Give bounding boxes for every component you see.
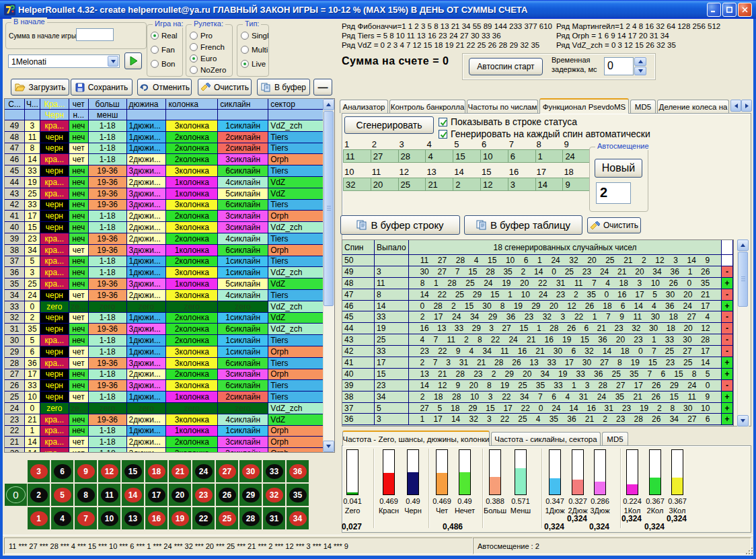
history-row[interactable]: 2014кра...чет1-182дюжи...2колонка3сиклай…	[5, 448, 324, 453]
minimize-button[interactable]	[707, 3, 721, 17]
history-row[interactable]: 296чернчет1-181дюжи...3колонка1сиклайнOr…	[5, 346, 324, 358]
roulette-cell-14[interactable]: 14	[122, 484, 144, 506]
history-row[interactable]: 493кра...неч1-181дюжи...3колонка1сиклайн…	[5, 120, 324, 132]
roulette-cell-12[interactable]: 12	[98, 460, 120, 482]
preset-combobox[interactable]: 1Melonati	[8, 54, 120, 68]
roulette-cell-13[interactable]: 13	[122, 507, 144, 529]
history-row[interactable]: 3525кра...неч19-363дюжи...1колонка5сикла…	[5, 278, 324, 290]
history-row[interactable]: 240zeroze...zerozerozerozeroVdZ_zch	[5, 403, 324, 414]
start-sum-input[interactable]	[76, 28, 114, 41]
history-row[interactable]: 478чернчет1-181дюжи...2колонка2сиклайнTi…	[5, 143, 324, 155]
roulette-cell-35[interactable]: 35	[287, 484, 309, 506]
roulette-cell-10[interactable]: 10	[98, 507, 120, 529]
spins-row[interactable]: 3631171432322254353621223282634276+	[342, 414, 733, 425]
radio-option-bon[interactable]: Bon	[151, 59, 181, 68]
history-row[interactable]: 322чернчет1-181дюжи...2колонка1сиклайнVd…	[5, 313, 324, 324]
history-row[interactable]: 2717черннеч1-182дюжи...2колонка3сиклайнO…	[5, 369, 324, 381]
scrollbar-down-button[interactable]	[737, 415, 749, 426]
history-row[interactable]: 330zeroze...zerozerozerozeroVdZ_zch	[5, 301, 324, 313]
radio-option-pro[interactable]: Pro	[190, 31, 231, 40]
generate-button[interactable]: Сгенерировать	[344, 116, 434, 134]
history-row[interactable]: 4533черннеч19-363дюжи...3колонка6сиклайн…	[5, 165, 324, 177]
chart-tab-1[interactable]: Частота - Zero, шансы, дюжины, колонки	[342, 431, 490, 446]
history-row[interactable]: 4325кра...неч19-363дюжи...1колонка5сикла…	[5, 188, 324, 200]
radio-icon[interactable]	[151, 60, 159, 68]
history-row[interactable]: 4015черннеч1-182дюжи...3колонка3сиклайнV…	[5, 222, 324, 233]
history-row[interactable]: 3135черннеч19-363дюжи...2колонка6сиклайн…	[5, 324, 324, 335]
history-table-scrollbar[interactable]	[323, 99, 334, 452]
history-row[interactable]: 2114кра...чет1-182дюжи...2колонка3сиклай…	[5, 437, 324, 448]
scrollbar-up-button[interactable]	[737, 239, 749, 251]
roulette-cell-17[interactable]: 17	[145, 484, 167, 506]
roulette-cell-3[interactable]: 3	[28, 460, 50, 482]
roulette-cell-5[interactable]: 5	[51, 484, 73, 506]
roulette-cell-25[interactable]: 25	[216, 507, 238, 529]
history-row[interactable]: 2510чернчет1-181дюжи...1колонка2сиклайнT…	[5, 392, 324, 403]
roulette-cell-34[interactable]: 34	[287, 507, 309, 529]
main-tab-4[interactable]: Функционал PsevdoMS	[539, 98, 629, 114]
history-row[interactable]: 3834кра...чет19-363дюжи...1колонка6сикла…	[5, 245, 324, 256]
spins-row[interactable]: 50112728415106124322025212123149	[342, 255, 733, 266]
scrollbar-thumb[interactable]	[738, 252, 748, 307]
roulette-cell-31[interactable]: 31	[263, 507, 285, 529]
toolbar-button-6[interactable]: —	[313, 79, 332, 96]
main-tab-6[interactable]: Деление колеса на	[657, 100, 729, 113]
roulette-cell-36[interactable]: 36	[287, 460, 309, 482]
roulette-cell-11[interactable]: 11	[98, 484, 120, 506]
copy-row-button[interactable]: В буфер строку	[340, 215, 460, 235]
maximize-button[interactable]	[722, 3, 736, 17]
history-row[interactable]: 221кра...неч1-181дюжи...1колонка1сиклайн…	[5, 426, 324, 437]
roulette-cell-9[interactable]: 9	[75, 460, 97, 482]
radio-icon[interactable]	[241, 60, 249, 68]
scrollbar-thumb[interactable]	[324, 111, 334, 306]
autoshift-input[interactable]: 2	[596, 182, 631, 204]
roulette-cell-29[interactable]: 29	[239, 484, 262, 506]
main-tab-2[interactable]: Контроль банкролла	[389, 100, 465, 113]
autospin-start-button[interactable]: Автоспин старт	[469, 58, 543, 75]
main-tab-1[interactable]: Анализатор	[340, 100, 388, 113]
close-button[interactable]	[738, 3, 752, 17]
toolbar-button-3[interactable]: Отменить	[137, 79, 192, 96]
radio-icon[interactable]	[151, 32, 159, 40]
spins-row[interactable]: 4811812825241920223111741831026035+	[342, 278, 733, 289]
spins-row[interactable]: 47814222529151102423235016175302021-	[342, 289, 733, 301]
roulette-cell-4[interactable]: 4	[51, 507, 73, 529]
spins-row[interactable]: 411727331212826133317302781915232514+	[342, 357, 733, 369]
radio-option-multi[interactable]: Multi	[241, 45, 267, 54]
roulette-cell-21[interactable]: 21	[169, 460, 191, 482]
spins-row[interactable]: 3834218281032234764312435212615119+	[342, 392, 733, 403]
radio-icon[interactable]	[190, 32, 198, 40]
radio-option-french[interactable]: French	[190, 42, 231, 51]
chart-tab-3[interactable]: MD5	[602, 432, 628, 445]
radio-icon[interactable]	[241, 46, 249, 54]
history-row[interactable]: 4614кра...чет1-182дюжи...2колонка3сиклай…	[5, 154, 324, 165]
history-row[interactable]: 305кра...неч1-181дюжи...2колонка1сиклайн…	[5, 335, 324, 346]
checkbox-autogen-row[interactable]: Генерировать на каждый спин автоматическ…	[439, 128, 650, 139]
tabs-scroll-left-button[interactable]	[730, 100, 741, 112]
copy-table-button[interactable]: В буфер таблицу	[464, 215, 582, 235]
resize-grip[interactable]	[744, 546, 753, 554]
radio-icon[interactable]	[151, 46, 159, 54]
roulette-cell-24[interactable]: 24	[192, 460, 215, 482]
radio-option-singl[interactable]: Singl	[241, 31, 267, 40]
roulette-cell-33[interactable]: 33	[263, 460, 285, 482]
delay-up-button[interactable]	[634, 57, 646, 66]
spins-row[interactable]: 37527518291517220241416312319283010+	[342, 403, 733, 414]
chart-tab-2[interactable]: Частота - сиклайны, сектора	[491, 432, 601, 445]
spins-row[interactable]: 43254711282224211619153620231333028-	[342, 334, 733, 346]
roulette-cell-27[interactable]: 27	[216, 460, 238, 482]
spins-row[interactable]: 39231412920819253533132827172629240-	[342, 380, 733, 392]
toolbar-button-1[interactable]: Загрузить	[11, 79, 69, 96]
roulette-cell-30[interactable]: 30	[239, 460, 262, 482]
roulette-cell-7[interactable]: 7	[75, 507, 97, 529]
history-row[interactable]: 3424чернчет19-362дюжи...3колонка4сиклайн…	[5, 290, 324, 301]
clear-button[interactable]: Очистить	[587, 217, 641, 233]
history-row[interactable]: 2633черннеч19-363дюжи...3колонка6сиклайн…	[5, 380, 324, 392]
toolbar-button-2[interactable]: Сохранить	[71, 79, 133, 96]
roulette-cell-16[interactable]: 16	[145, 507, 167, 529]
main-tab-3[interactable]: Частоты по числам	[467, 100, 538, 113]
radio-icon[interactable]	[241, 32, 249, 40]
radio-icon[interactable]	[190, 66, 198, 74]
radio-option-real[interactable]: Real	[151, 31, 181, 40]
roulette-cell-23[interactable]: 23	[192, 484, 215, 506]
